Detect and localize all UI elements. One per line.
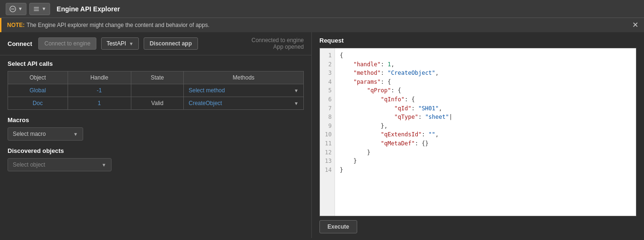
chevron-down-icon: ▼ <box>18 6 23 11</box>
line-num-1: 1 <box>324 51 332 60</box>
connect-engine-button[interactable]: Connect to engine <box>38 37 96 50</box>
left-panel: Connect Connect to engine TestAPI ▼ Disc… <box>0 32 312 238</box>
list-menu-button[interactable]: ▼ <box>29 3 50 15</box>
app-title: Engine API Explorer <box>57 5 120 13</box>
line-num-14: 14 <box>324 166 332 175</box>
row1-method-value: Select method <box>189 87 225 94</box>
discovered-title: Discovered objects <box>8 147 304 154</box>
line-num-12: 12 <box>324 148 332 157</box>
line-numbers: 1 2 3 4 5 6 7 8 9 10 11 12 13 14 <box>320 48 335 216</box>
col-handle: Handle <box>68 71 131 84</box>
row1-handle[interactable]: -1 <box>68 84 131 97</box>
status-line2: App opened <box>251 44 304 50</box>
line-num-9: 9 <box>324 122 332 131</box>
code-area[interactable]: { "handle": 1, "method": "CreateObject",… <box>335 48 636 216</box>
line-num-13: 13 <box>324 157 332 166</box>
app-select-dropdown[interactable]: TestAPI ▼ <box>101 37 138 50</box>
col-object: Object <box>8 71 68 84</box>
macros-title: Macros <box>8 116 304 124</box>
chevron-down-icon4: ▼ <box>294 88 299 93</box>
header: ▼ ▼ Engine API Explorer <box>0 0 644 18</box>
line-num-4: 4 <box>324 78 332 87</box>
execute-button[interactable]: Execute <box>319 220 357 233</box>
circle-minus-button[interactable]: ▼ <box>6 3 26 15</box>
row2-method-dropdown[interactable]: CreateObject ▼ <box>189 100 299 107</box>
circle-minus-icon <box>9 6 16 12</box>
row2-method-cell: CreateObject ▼ <box>184 97 304 110</box>
table-row: Doc 1 Valid CreateObject ▼ <box>8 97 304 110</box>
macros-section: Macros Select macro ▼ <box>0 110 311 141</box>
line-num-6: 6 <box>324 95 332 104</box>
col-methods: Methods <box>184 71 304 84</box>
main-layout: Connect Connect to engine TestAPI ▼ Disc… <box>0 32 644 238</box>
note-banner: NOTE: The Engine API explorer might chan… <box>0 18 644 32</box>
connect-section: Connect Connect to engine TestAPI ▼ Disc… <box>0 32 311 55</box>
row2-state: Valid <box>131 97 183 110</box>
line-num-10: 10 <box>324 130 332 139</box>
code-editor: 1 2 3 4 5 6 7 8 9 10 11 12 13 14 { "hand… <box>319 48 636 216</box>
row2-method-value: CreateObject <box>189 100 222 107</box>
request-title: Request <box>319 37 636 44</box>
connection-status: Connected to engine App opened <box>251 37 304 50</box>
chevron-down-icon2: ▼ <box>42 6 46 11</box>
row1-method-dropdown[interactable]: Select method ▼ <box>189 87 299 94</box>
row1-state <box>131 84 183 97</box>
disconnect-button[interactable]: Disconnect app <box>144 37 198 50</box>
discovered-section: Discovered objects Select object ▼ <box>0 141 311 171</box>
row2-handle[interactable]: 1 <box>68 97 131 110</box>
macro-dropdown[interactable]: Select macro ▼ <box>8 127 83 141</box>
list-icon <box>33 6 40 12</box>
note-label: NOTE: <box>7 22 25 28</box>
line-num-3: 3 <box>324 69 332 78</box>
line-num-5: 5 <box>324 86 332 95</box>
line-num-8: 8 <box>324 113 332 122</box>
line-num-7: 7 <box>324 104 332 113</box>
chevron-down-icon7: ▼ <box>102 162 106 168</box>
row2-object[interactable]: Doc <box>8 97 68 110</box>
row1-object[interactable]: Global <box>8 84 68 97</box>
api-calls-title: Select API calls <box>8 60 304 67</box>
right-panel: Request 1 2 3 4 5 6 7 8 9 10 11 12 13 14… <box>312 32 644 238</box>
line-num-11: 11 <box>324 139 332 148</box>
connect-label: Connect <box>8 40 34 47</box>
object-dropdown[interactable]: Select object ▼ <box>8 158 112 171</box>
api-calls-table: Object Handle State Methods Global -1 Se… <box>8 71 304 110</box>
table-row: Global -1 Select method ▼ <box>8 84 304 97</box>
chevron-down-icon6: ▼ <box>73 132 78 137</box>
api-calls-section: Select API calls Object Handle State Met… <box>0 55 311 110</box>
close-icon[interactable]: ✕ <box>632 21 638 29</box>
col-state: State <box>131 71 183 84</box>
row1-method-cell: Select method ▼ <box>184 84 304 97</box>
note-text: The Engine API explorer might change the… <box>26 22 209 28</box>
status-line1: Connected to engine <box>251 37 304 44</box>
macro-dropdown-value: Select macro <box>13 131 46 137</box>
app-select-value: TestAPI <box>106 40 126 47</box>
chevron-down-icon5: ▼ <box>294 101 299 106</box>
line-num-2: 2 <box>324 60 332 69</box>
chevron-down-icon3: ▼ <box>129 41 134 46</box>
object-dropdown-value: Select object <box>13 161 45 168</box>
